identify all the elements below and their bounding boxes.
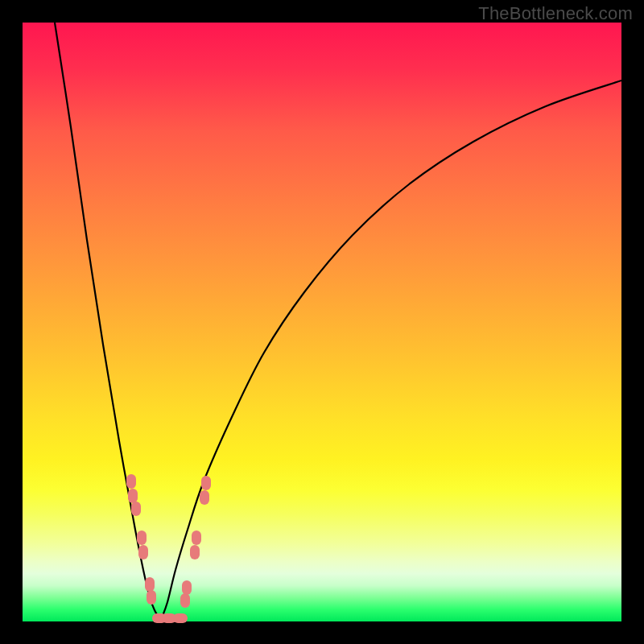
data-marker	[201, 476, 211, 490]
curve-layer	[23, 23, 621, 621]
data-marker	[137, 530, 147, 545]
data-marker	[173, 613, 188, 623]
data-marker	[192, 530, 201, 545]
data-marker	[182, 580, 192, 595]
data-marker	[200, 490, 209, 505]
data-marker	[190, 545, 200, 559]
data-marker	[138, 545, 148, 559]
data-marker	[180, 593, 190, 608]
data-marker	[128, 489, 138, 503]
data-marker	[147, 590, 156, 605]
curve-right-branch	[161, 80, 621, 620]
data-marker	[145, 577, 155, 592]
watermark-text: TheBottleneck.com	[478, 3, 633, 24]
data-marker	[126, 474, 136, 489]
data-marker	[131, 502, 141, 516]
curve-left-branch	[55, 23, 161, 620]
